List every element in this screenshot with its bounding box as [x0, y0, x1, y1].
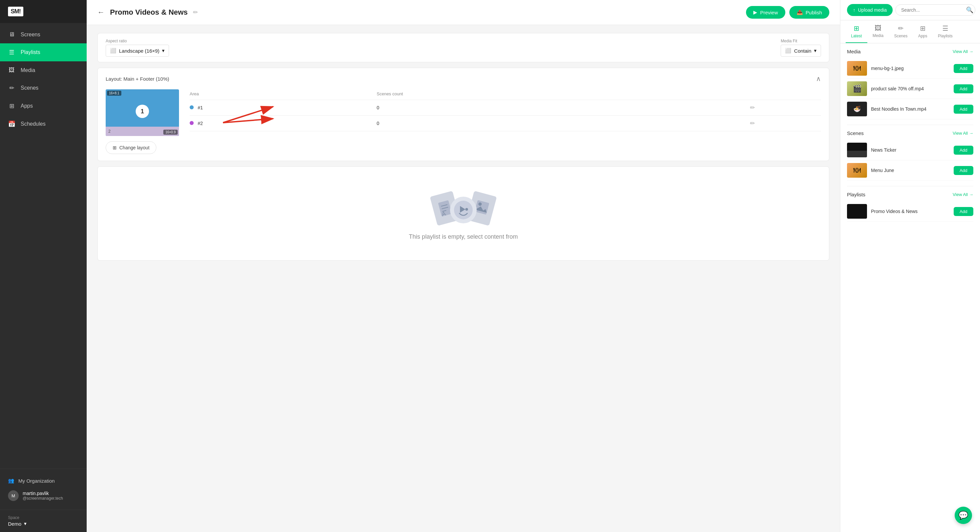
playlists-view-all-link[interactable]: View All →: [953, 192, 973, 197]
area-2-edit-button[interactable]: ✏: [750, 119, 755, 127]
media-thumb-3: 🍜: [847, 102, 867, 116]
media-thumb-2: 🎬: [847, 81, 867, 96]
add-media-2-button[interactable]: Add: [954, 84, 973, 93]
chat-fab-button[interactable]: 💬: [955, 507, 972, 524]
preview-footer-num: 2: [108, 129, 111, 134]
aspect-ratio-value: Landscape (16×9): [119, 48, 159, 54]
publish-icon: 📤: [797, 10, 803, 15]
layout-table: Area Scenes count #1 0: [190, 89, 821, 131]
add-media-3-button[interactable]: Add: [954, 105, 973, 114]
playlist-item-name-1: Promo Videos & News: [871, 209, 950, 214]
main-content: ← Promo Videos & News ✏ ▶ Preview 📤 Publ…: [87, 0, 840, 532]
sidebar-nav: 🖥 Screens ☰ Playlists 🖼 Media ✏ Scenes ⊞…: [0, 23, 87, 469]
screens-icon: 🖥: [8, 31, 15, 38]
media-icon: 🖼: [8, 67, 15, 74]
content-area: Aspect ratio ⬜ Landscape (16×9) ▾ Media …: [87, 25, 840, 532]
empty-text: This playlist is empty, select content f…: [409, 233, 518, 241]
latest-tab-icon: ⊞: [854, 24, 859, 32]
table-row: #1 0 ✏: [190, 100, 821, 116]
sidebar-item-screens[interactable]: 🖥 Screens: [0, 25, 87, 43]
sidebar-item-schedules[interactable]: 📅 Schedules: [0, 115, 87, 133]
tab-media[interactable]: 🖼 Media: [867, 20, 889, 43]
page-title: Promo Videos & News: [110, 8, 188, 17]
preview-footer: 16×0.9 2: [106, 127, 179, 136]
upload-icon: ↑: [853, 7, 855, 13]
media-item-name-1: menu-bg-1.jpeg: [871, 66, 950, 71]
right-panel: ↑ Upload media 🔍 ⊞ Latest 🖼 Media ✏ Scen…: [840, 0, 980, 532]
playlists-section: Playlists View All → Promo Videos & News…: [840, 186, 980, 227]
scene-item-name-2: Menu June: [871, 168, 950, 173]
table-row: #2 0 ✏: [190, 116, 821, 131]
media-item-name-2: product sale 70% off.mp4: [871, 86, 950, 91]
sidebar-item-scenes-label: Scenes: [21, 85, 38, 91]
search-input[interactable]: [895, 4, 975, 16]
scenes-icon: ✏: [8, 84, 15, 92]
sidebar-item-media-label: Media: [21, 67, 35, 73]
org-icon: 👥: [8, 478, 14, 484]
tab-latest[interactable]: ⊞ Latest: [846, 20, 867, 43]
add-media-1-button[interactable]: Add: [954, 64, 973, 73]
collapse-button[interactable]: ∧: [816, 75, 821, 83]
add-scene-1-button[interactable]: Add: [954, 146, 973, 155]
area-column-header: Area: [190, 89, 377, 100]
logo: SM!: [8, 7, 79, 16]
back-button[interactable]: ←: [97, 8, 105, 17]
tab-apps[interactable]: ⊞ Apps: [913, 20, 932, 43]
playlists-icon: ☰: [8, 49, 15, 56]
preview-button[interactable]: ▶ Preview: [746, 6, 785, 19]
add-scene-2-button[interactable]: Add: [954, 166, 973, 175]
tab-playlists[interactable]: ☰ Playlists: [933, 20, 958, 43]
add-playlist-1-button[interactable]: Add: [954, 207, 973, 216]
avatar: M: [8, 491, 19, 501]
layout-title: Layout: Main + Footer (10%): [106, 76, 169, 82]
area-2-count: 0: [377, 116, 750, 131]
scenes-section-title: Scenes: [847, 130, 864, 136]
tab-scenes[interactable]: ✏ Scenes: [889, 20, 913, 43]
space-name[interactable]: Demo ▾: [8, 521, 79, 527]
layout-preview-image: 16×8.1 1 16×0.9 2: [106, 89, 179, 136]
aspect-ratio-select[interactable]: ⬜ Landscape (16×9) ▾: [106, 45, 169, 57]
sidebar: SM! 🖥 Screens ☰ Playlists 🖼 Media ✏ Scen…: [0, 0, 87, 532]
sidebar-item-apps[interactable]: ⊞ Apps: [0, 97, 87, 115]
aspect-ratio-label: Aspect ratio: [106, 39, 169, 43]
chevron-down-icon: ▾: [162, 48, 165, 54]
scenes-tab-icon: ✏: [898, 24, 904, 32]
media-section-title: Media: [847, 49, 861, 54]
chevron-down-icon: ▾: [24, 521, 27, 527]
list-item: 🍽 menu-bg-1.jpeg Add: [847, 58, 973, 79]
media-section: Media View All → 🍽 menu-bg-1.jpeg Add 🎬 …: [840, 43, 980, 125]
scenes-view-all-link[interactable]: View All →: [953, 131, 973, 136]
playlists-section-title: Playlists: [847, 192, 865, 198]
edit-title-icon[interactable]: ✏: [193, 9, 198, 16]
apps-tab-icon: ⊞: [920, 24, 926, 32]
media-fit-label: Media Fit: [781, 39, 821, 43]
preview-main-label: 16×8.1: [107, 91, 121, 96]
panel-content: Media View All → 🍽 menu-bg-1.jpeg Add 🎬 …: [840, 43, 980, 532]
media-fit-select[interactable]: ⬜ Contain ▾: [781, 45, 821, 57]
playlists-tab-icon: ☰: [942, 24, 948, 32]
list-item: 🍽 Menu June Add: [847, 160, 973, 181]
aspect-ratio-group: Aspect ratio ⬜ Landscape (16×9) ▾: [106, 39, 169, 57]
user-profile-item[interactable]: M martin.pavlik @screenmanager.tech: [8, 487, 79, 504]
media-thumb-1: 🍽: [847, 61, 867, 76]
logo-icon: SM!: [8, 7, 23, 16]
scene-item-name-1: News Ticker: [871, 147, 950, 153]
panel-top: ↑ Upload media 🔍: [840, 0, 980, 20]
sidebar-item-media[interactable]: 🖼 Media: [0, 61, 87, 79]
settings-row: Aspect ratio ⬜ Landscape (16×9) ▾ Media …: [97, 33, 829, 62]
sidebar-item-playlists[interactable]: ☰ Playlists: [0, 43, 87, 61]
area-1-dot: [190, 105, 194, 109]
svg-point-11: [465, 208, 468, 211]
scene-thumb-menu: 🍽: [847, 163, 867, 178]
publish-button[interactable]: 📤 Publish: [789, 6, 829, 19]
sidebar-bottom: 👥 My Organization M martin.pavlik @scree…: [0, 469, 87, 510]
my-organization-item[interactable]: 👥 My Organization: [8, 474, 79, 487]
list-item: News Ticker Add: [847, 140, 973, 160]
sidebar-item-scenes[interactable]: ✏ Scenes: [0, 79, 87, 97]
area-1-count: 0: [377, 100, 750, 116]
sidebar-item-playlists-label: Playlists: [21, 49, 40, 55]
media-view-all-link[interactable]: View All →: [953, 49, 973, 54]
area-1-edit-button[interactable]: ✏: [750, 104, 755, 111]
change-layout-button[interactable]: ⊞ Change layout: [106, 141, 156, 154]
upload-media-button[interactable]: ↑ Upload media: [847, 4, 892, 16]
